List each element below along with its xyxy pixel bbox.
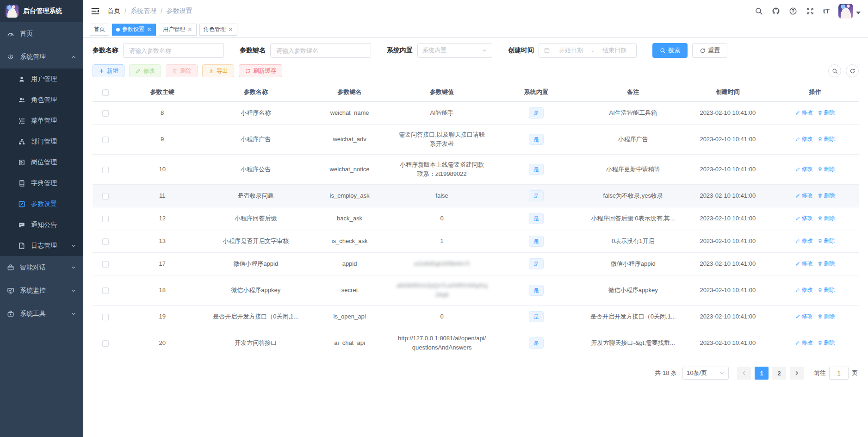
row-edit-link[interactable]: 修改 — [795, 164, 813, 174]
page-button-2[interactable]: 2 — [772, 367, 786, 380]
cell-create-time: 2023-02-10 10:41:00 — [684, 125, 771, 155]
col-param-key: 参数键名 — [305, 83, 393, 102]
row-checkbox[interactable] — [102, 287, 109, 294]
add-button[interactable]: 新增 — [93, 64, 124, 77]
sidebar-item-系统工具[interactable]: 系统工具 — [0, 302, 83, 325]
param-name-input[interactable] — [123, 43, 224, 58]
row-delete-link[interactable]: 删除 — [818, 338, 835, 347]
breadcrumb: 首页 / 系统管理 / 参数设置 — [107, 7, 192, 15]
sidebar-toggle-icon[interactable] — [91, 6, 100, 16]
breadcrumb-section[interactable]: 系统管理 — [130, 7, 156, 15]
date-start-placeholder: 开始日期 — [554, 46, 588, 55]
row-delete-link[interactable]: 删除 — [818, 259, 835, 268]
sidebar-item-系统监控[interactable]: 系统监控 — [0, 279, 83, 302]
search-icon[interactable] — [755, 7, 763, 15]
tab-首页[interactable]: 首页 — [90, 24, 109, 36]
user-menu[interactable] — [838, 4, 861, 19]
row-edit-link[interactable]: 修改 — [795, 108, 813, 117]
tab-用户管理[interactable]: 用户管理 — [159, 24, 197, 36]
row-delete-link[interactable]: 删除 — [818, 134, 835, 144]
row-checkbox[interactable] — [102, 340, 109, 347]
help-icon[interactable] — [789, 7, 797, 15]
caret-down-icon — [856, 12, 861, 14]
row-delete-link[interactable]: 删除 — [818, 164, 835, 174]
page-button-1[interactable]: 1 — [755, 367, 769, 380]
cell-param-key: ai_chat_api — [305, 328, 393, 358]
row-edit-link[interactable]: 修改 — [795, 191, 813, 200]
reset-button[interactable]: 重置 — [692, 43, 727, 58]
row-delete-link[interactable]: 删除 — [818, 213, 835, 223]
app-logo[interactable]: 后台管理系统 — [0, 0, 83, 22]
date-range-picker[interactable]: 开始日期 - 结束日期 — [539, 43, 637, 58]
param-key-input[interactable] — [270, 43, 371, 58]
refresh-table-button[interactable] — [846, 64, 859, 77]
sidebar-item-首页[interactable]: 首页 — [0, 22, 83, 45]
export-button[interactable]: 导出 — [202, 64, 234, 77]
search-button[interactable]: 搜索 — [652, 43, 688, 58]
cell-actions: 修改删除 — [771, 230, 859, 253]
sidebar-item-通知公告[interactable]: 通知公告 — [0, 214, 83, 235]
breadcrumb-home[interactable]: 首页 — [107, 7, 120, 15]
sidebar-item-智能对话[interactable]: 智能对话 — [0, 256, 83, 279]
row-checkbox[interactable] — [102, 261, 109, 268]
row-checkbox[interactable] — [102, 216, 109, 222]
row-checkbox[interactable] — [102, 238, 109, 245]
users-icon — [18, 96, 25, 104]
row-delete-link[interactable]: 删除 — [818, 108, 835, 117]
breadcrumb-current: 参数设置 — [167, 7, 192, 15]
goto-unit: 页 — [852, 369, 858, 377]
edit-button[interactable]: 修改 — [129, 64, 161, 77]
builtin-select[interactable]: 系统内置 — [417, 43, 492, 58]
page-size-select[interactable]: 10条/页 — [682, 367, 729, 380]
op-edit-label: 修改 — [802, 312, 813, 321]
row-delete-link[interactable]: 删除 — [818, 191, 835, 200]
row-delete-link[interactable]: 删除 — [818, 285, 835, 294]
sidebar-item-角色管理[interactable]: 角色管理 — [0, 89, 83, 110]
row-edit-link[interactable]: 修改 — [795, 134, 813, 144]
sidebar-item-岗位管理[interactable]: 岗位管理 — [0, 152, 83, 173]
sidebar-item-菜单管理[interactable]: 菜单管理 — [0, 110, 83, 131]
tab-参数设置[interactable]: 参数设置 — [112, 24, 156, 36]
row-checkbox[interactable] — [102, 110, 109, 117]
font-size-icon[interactable]: tT — [823, 7, 830, 15]
sidebar-item-用户管理[interactable]: 用户管理 — [0, 69, 83, 89]
row-edit-link[interactable]: 修改 — [795, 338, 813, 347]
row-edit-link[interactable]: 修改 — [795, 213, 813, 223]
param-key-label: 参数键名 — [240, 46, 266, 55]
select-all-checkbox[interactable] — [102, 89, 109, 96]
refresh-cache-button[interactable]: 刷新缓存 — [239, 64, 282, 77]
row-checkbox[interactable] — [102, 137, 109, 143]
cell-param-id: 20 — [118, 328, 206, 358]
sidebar-item-部门管理[interactable]: 部门管理 — [0, 131, 83, 152]
avatar[interactable] — [838, 4, 853, 19]
row-delete-link[interactable]: 删除 — [818, 236, 835, 245]
row-checkbox[interactable] — [102, 314, 109, 320]
row-edit-link[interactable]: 修改 — [795, 312, 813, 321]
github-icon[interactable] — [772, 7, 780, 15]
cell-create-time: 2023-02-10 10:41:00 — [684, 275, 771, 306]
row-edit-link[interactable]: 修改 — [795, 236, 813, 245]
close-icon[interactable] — [147, 27, 152, 32]
next-page-button[interactable] — [790, 367, 804, 380]
cell-remark: false为不收录,yes收录 — [582, 185, 684, 207]
row-edit-link[interactable]: 修改 — [795, 259, 813, 268]
goto-page-input[interactable] — [829, 367, 849, 380]
sidebar-item-字典管理[interactable]: 字典管理 — [0, 173, 83, 194]
tab-角色管理[interactable]: 角色管理 — [199, 24, 237, 36]
sidebar-item-系统管理[interactable]: 系统管理 — [0, 45, 83, 69]
close-icon[interactable] — [187, 27, 192, 32]
row-delete-link[interactable]: 删除 — [818, 312, 835, 321]
sidebar-item-参数设置[interactable]: 参数设置 — [0, 194, 83, 214]
prev-page-button[interactable] — [737, 367, 751, 380]
cell-param-id: 19 — [118, 306, 206, 328]
sidebar-item-label: 岗位管理 — [31, 158, 57, 167]
row-checkbox[interactable] — [102, 193, 109, 200]
fullscreen-icon[interactable] — [806, 7, 814, 15]
row-checkbox[interactable] — [102, 167, 109, 173]
delete-button[interactable]: 删除 — [166, 64, 198, 77]
cell-param-key: weichat_notice — [305, 155, 393, 185]
toggle-search-button[interactable] — [828, 64, 841, 77]
row-edit-link[interactable]: 修改 — [795, 285, 813, 294]
sidebar-item-日志管理[interactable]: 日志管理 — [0, 235, 83, 256]
close-icon[interactable] — [228, 27, 233, 32]
